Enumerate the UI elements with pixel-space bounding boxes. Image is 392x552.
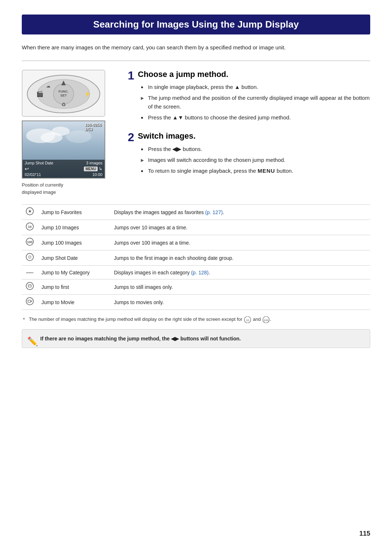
desc-category: Displays images in each category (p. 128… — [110, 266, 370, 279]
controller-svg: FUNC. SET ♻ 🎬 ⚡ ☁ — [24, 71, 103, 115]
footnote: The number of images matching the jump m… — [22, 316, 370, 323]
table-row: 100 Jump 100 Images Jumps over 100 image… — [22, 235, 370, 250]
svg-text:100: 100 — [264, 319, 269, 322]
desc-jump10: Jumps over 10 images at a time. — [110, 220, 370, 235]
step2-bullets: Press the ◀▶ buttons. Images will switch… — [141, 145, 293, 175]
icon-jump100: 100 — [22, 235, 38, 250]
page-number: 115 — [359, 530, 370, 537]
svg-point-21 — [26, 298, 33, 305]
screen-card-info: 100-0256 — [85, 123, 102, 127]
note-box: ✏️ If there are no images matching the j… — [22, 329, 370, 348]
svg-text:100: 100 — [27, 240, 32, 244]
icon-jump10: 10 — [22, 220, 38, 235]
svg-text:FUNC.: FUNC. — [58, 90, 69, 93]
name-category: Jump to My Category — [38, 266, 110, 279]
note-text: If there are no images matching the jump… — [40, 336, 241, 342]
screen-menu-icon: MENU ↳ — [84, 166, 102, 171]
svg-rect-19 — [28, 285, 31, 287]
table-row: Jump to Movie Jumps to movies only. — [22, 295, 370, 310]
desc-jump100: Jumps over 100 images at a time. — [110, 235, 370, 250]
step2-bullet-3: To return to single image playback, pres… — [141, 167, 293, 175]
step1-number: 1 — [128, 70, 134, 81]
table-row: ★ Jump to Favorites Displays the images … — [22, 205, 370, 220]
step2-title: Switch images. — [138, 131, 293, 141]
svg-text:⚡: ⚡ — [84, 91, 91, 97]
svg-rect-22 — [28, 300, 30, 302]
image-caption: Position of currently displayed image — [22, 181, 116, 196]
table-row: 10 Jump 10 Images Jumps over 10 images a… — [22, 220, 370, 235]
svg-text:☁: ☁ — [46, 83, 50, 89]
note-icon: ✏️ — [27, 335, 38, 348]
intro-text: When there are many images on the memory… — [22, 43, 370, 52]
table-row: Jump to first Jumps to still images only… — [22, 279, 370, 295]
right-column: 1 Choose a jump method. In single image … — [128, 70, 370, 196]
icon-movie — [22, 295, 38, 310]
icon-category: — — [22, 266, 38, 279]
page-title: Searching for Images Using the Jump Disp… — [22, 15, 370, 34]
desc-first: Jumps to still images only. — [110, 279, 370, 295]
step2: 2 Switch images. Press the ◀▶ buttons. I… — [128, 131, 370, 179]
screen-fraction: 1/53 — [85, 127, 102, 131]
step2-number: 2 — [128, 131, 134, 143]
step1-bullet-1: In single image playback, press the ▲ bu… — [141, 83, 370, 91]
name-shot-date: Jump Shot Date — [38, 250, 110, 266]
icon-favorites: ★ — [22, 205, 38, 220]
step1-title: Choose a jump method. — [138, 70, 370, 79]
icon-first — [22, 279, 38, 295]
camera-screen-image: 100-0256 1/53 Jump Shot Date 3 images ↩ … — [22, 120, 105, 179]
svg-point-18 — [26, 282, 33, 290]
desc-shot-date: Jumps to the first image in each shootin… — [110, 250, 370, 266]
svg-text:SET: SET — [60, 94, 67, 97]
screen-time: 10:00 — [92, 172, 102, 177]
table-row: — Jump to My Category Displays images in… — [22, 266, 370, 279]
name-first: Jump to first — [38, 279, 110, 295]
section-divider — [22, 61, 370, 61]
screen-images-count: 3 images — [86, 161, 102, 165]
svg-text:♻: ♻ — [61, 102, 66, 107]
camera-controller-image: FUNC. SET ♻ 🎬 ⚡ ☁ — [22, 70, 105, 117]
left-column: FUNC. SET ♻ 🎬 ⚡ ☁ — [22, 70, 116, 196]
name-favorites: Jump to Favorites — [38, 205, 110, 220]
name-jump10: Jump 10 Images — [38, 220, 110, 235]
icon-shot-date: ⊙ — [22, 250, 38, 266]
step1-bullet-2: The jump method and the position of the … — [141, 94, 370, 111]
screen-bottom-bar: Jump Shot Date 3 images ↩ MENU ↳ 02/02/'… — [23, 160, 105, 178]
jump-method-table: ★ Jump to Favorites Displays the images … — [22, 204, 370, 310]
name-movie: Jump to Movie — [38, 295, 110, 310]
svg-text:⊙: ⊙ — [28, 254, 32, 259]
desc-favorites: Displays the images tagged as favorites … — [110, 205, 370, 220]
screen-left-icon: ↩ — [25, 166, 29, 172]
step1-bullet-3: Press the ▲▼ buttons to choose the desir… — [141, 113, 370, 122]
step2-bullet-2: Images will switch according to the chos… — [141, 156, 293, 164]
svg-text:🎬: 🎬 — [36, 90, 44, 97]
screen-date: 02/02/'11 — [25, 172, 41, 177]
main-content: FUNC. SET ♻ 🎬 ⚡ ☁ — [22, 70, 370, 196]
step1: 1 Choose a jump method. In single image … — [128, 70, 370, 126]
svg-text:10: 10 — [246, 319, 249, 322]
desc-movie: Jumps to movies only. — [110, 295, 370, 310]
svg-text:★: ★ — [28, 209, 32, 214]
screen-top-info: 100-0256 1/53 — [85, 123, 102, 131]
name-jump100: Jump 100 Images — [38, 235, 110, 250]
screen-jump-label: Jump Shot Date — [25, 161, 53, 165]
svg-text:10: 10 — [28, 225, 32, 229]
step2-bullet-1: Press the ◀▶ buttons. — [141, 145, 293, 154]
step1-bullets: In single image playback, press the ▲ bu… — [141, 83, 370, 122]
table-row: ⊙ Jump Shot Date Jumps to the first imag… — [22, 250, 370, 266]
